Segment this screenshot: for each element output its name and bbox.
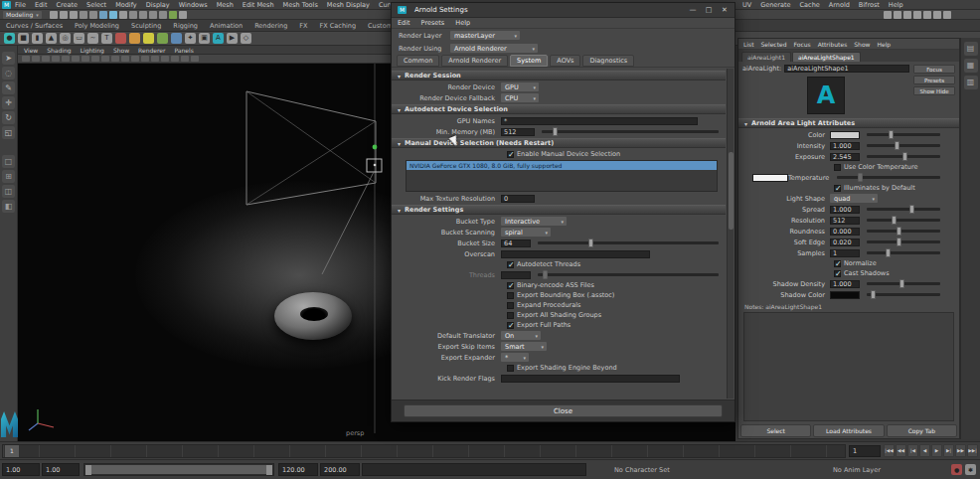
menu-item[interactable]: Cache xyxy=(800,1,820,9)
shelf-tab[interactable]: Sculpting xyxy=(131,22,161,30)
dialog-scrollbar[interactable] xyxy=(727,69,734,399)
vp-safe-action-icon[interactable] xyxy=(131,56,139,62)
menu-item[interactable]: Modify xyxy=(115,1,137,9)
animation-preferences-icon[interactable]: ✱ xyxy=(965,464,976,475)
make-live-icon[interactable] xyxy=(169,11,177,19)
current-frame-marker[interactable]: 1 xyxy=(5,445,19,457)
layout-four-pane-icon[interactable]: ⊞ xyxy=(2,170,15,183)
redo-icon[interactable] xyxy=(89,11,97,19)
snap-to-point-icon[interactable] xyxy=(149,11,157,19)
select-tool-icon[interactable]: ➤ xyxy=(2,52,15,65)
lasso-tool-icon[interactable]: ◌ xyxy=(2,67,15,80)
exposure-field[interactable]: 2.545 xyxy=(830,153,860,161)
shelf-curve-icon[interactable]: ~ xyxy=(87,33,98,44)
shelf-tab[interactable]: Rigging xyxy=(173,22,198,30)
render-device-fallback-dropdown[interactable]: CPU▾ xyxy=(501,93,539,102)
step-back-key-button[interactable]: |◀ xyxy=(907,444,918,457)
construction-history-icon[interactable] xyxy=(179,11,187,19)
shelf-tab[interactable]: FX Caching xyxy=(320,22,357,30)
vp-image-plane-icon[interactable] xyxy=(62,56,70,62)
light-shape-dropdown[interactable]: quad▾ xyxy=(830,194,878,203)
shelf-text-icon[interactable]: T xyxy=(101,33,112,44)
dialog-menu-item[interactable]: Help xyxy=(455,19,470,27)
shelf-plane-icon[interactable]: ▭ xyxy=(74,33,84,44)
menu-item[interactable]: Edit xyxy=(35,1,48,9)
vp-camera-attributes-icon[interactable] xyxy=(42,56,50,62)
load-attributes-button[interactable]: Load Attributes xyxy=(813,424,884,437)
export-skip-dropdown[interactable]: Smart▾ xyxy=(501,342,547,351)
node-name-field[interactable]: aiAreaLightShape1 xyxy=(784,65,909,73)
threads-slider[interactable] xyxy=(538,270,719,279)
shelf-tab[interactable]: FX xyxy=(299,22,307,30)
save-scene-icon[interactable] xyxy=(70,11,78,19)
color-slider[interactable] xyxy=(867,130,940,139)
menu-item[interactable]: Help xyxy=(889,1,903,9)
shelf-tab[interactable]: Custom xyxy=(368,22,393,30)
bucket-scanning-dropdown[interactable]: spiral▾ xyxy=(501,228,551,237)
vp-safe-title-icon[interactable] xyxy=(141,56,149,62)
export-expander-dropdown[interactable]: *▾ xyxy=(501,353,529,362)
vp-2d-pan-zoom-icon[interactable] xyxy=(72,56,80,62)
intensity-field[interactable]: 1.000 xyxy=(830,142,860,150)
render-current-frame-icon[interactable] xyxy=(884,11,892,19)
shelf-tab[interactable]: Rendering xyxy=(254,22,287,30)
temperature-slider[interactable] xyxy=(837,173,940,182)
autodetect-threads-checkbox[interactable] xyxy=(507,261,514,268)
hypershade-icon[interactable] xyxy=(913,11,921,19)
auto-keyframe-icon[interactable]: ● xyxy=(951,464,962,475)
move-tool-icon[interactable]: ✛ xyxy=(2,96,15,109)
vp-wireframe-icon[interactable] xyxy=(151,56,159,62)
use-color-temperature-checkbox[interactable] xyxy=(834,164,841,171)
new-scene-icon[interactable] xyxy=(50,11,58,19)
export-shading-engine-checkbox[interactable] xyxy=(507,365,514,372)
focus-button[interactable]: Focus xyxy=(913,65,955,74)
section-manual-device[interactable]: ▾Manual Device Selection (Needs Restart) xyxy=(392,138,726,148)
snap-to-plane-icon[interactable] xyxy=(159,11,167,19)
range-slider[interactable] xyxy=(83,463,274,476)
menu-item[interactable]: Mesh Display xyxy=(327,1,370,9)
min-memory-slider[interactable] xyxy=(542,127,719,136)
enable-manual-device-checkbox[interactable] xyxy=(507,151,514,158)
ae-menu-item[interactable]: List xyxy=(743,41,754,48)
close-window-button[interactable]: ✕ xyxy=(717,4,733,17)
presets-button[interactable]: Presets xyxy=(913,76,955,84)
min-memory-field[interactable]: 512 xyxy=(501,128,535,136)
vp-select-camera-icon[interactable] xyxy=(22,56,30,62)
exposure-slider[interactable] xyxy=(867,152,940,161)
bucket-size-slider[interactable] xyxy=(538,239,719,247)
viewport-menu-item[interactable]: Shading xyxy=(47,47,71,54)
layout-outliner-icon[interactable]: ◧ xyxy=(2,200,15,213)
dialog-menu-item[interactable]: Presets xyxy=(421,19,445,27)
dialog-scrollbar-thumb[interactable] xyxy=(729,152,734,230)
sidebar-tool-settings-tab[interactable]: ▦ xyxy=(964,59,978,73)
vp-field-chart-icon[interactable] xyxy=(121,56,129,62)
vp-grid-icon[interactable] xyxy=(82,56,89,62)
menu-item[interactable]: Arnold xyxy=(829,1,850,9)
step-forward-key-button[interactable]: ▶| xyxy=(943,444,954,457)
notes-box[interactable] xyxy=(743,312,954,421)
resolution-field[interactable]: 512 xyxy=(830,217,860,225)
section-arnold-area-light[interactable]: ▾Arnold Area Light Attributes xyxy=(738,118,959,128)
playback-start-field[interactable]: 1.00 xyxy=(42,463,80,476)
samples-slider[interactable] xyxy=(867,248,940,257)
dialog-title-bar[interactable]: M Arnold Settings — □ ✕ xyxy=(392,3,735,18)
menu-item[interactable]: File xyxy=(15,1,26,9)
ipr-render-icon[interactable] xyxy=(894,11,901,19)
menu-set-selector[interactable]: Modeling ▾ xyxy=(3,11,42,19)
shelf-cloth-icon[interactable] xyxy=(115,33,126,44)
settings-tab[interactable]: System xyxy=(510,55,548,67)
paint-select-tool-icon[interactable]: ✎ xyxy=(2,81,15,94)
vp-shadows-icon[interactable] xyxy=(191,56,199,62)
layout-two-pane-icon[interactable]: ◫ xyxy=(2,185,15,198)
section-render-session[interactable]: ▾Render Session xyxy=(392,71,726,80)
menu-item[interactable]: Mesh Tools xyxy=(283,1,318,9)
section-render-settings[interactable]: ▾Render Settings xyxy=(392,205,726,215)
shadow-color-slider[interactable] xyxy=(867,290,940,299)
select-button[interactable]: Select xyxy=(740,424,811,437)
shelf-cylinder-icon[interactable]: ▮ xyxy=(32,33,43,44)
normalize-checkbox[interactable] xyxy=(834,260,841,267)
range-slider-left-handle[interactable] xyxy=(85,465,91,475)
roundness-field[interactable]: 0.000 xyxy=(830,228,860,236)
export-all-shading-groups-checkbox[interactable] xyxy=(507,312,514,319)
intensity-slider[interactable] xyxy=(867,141,940,150)
